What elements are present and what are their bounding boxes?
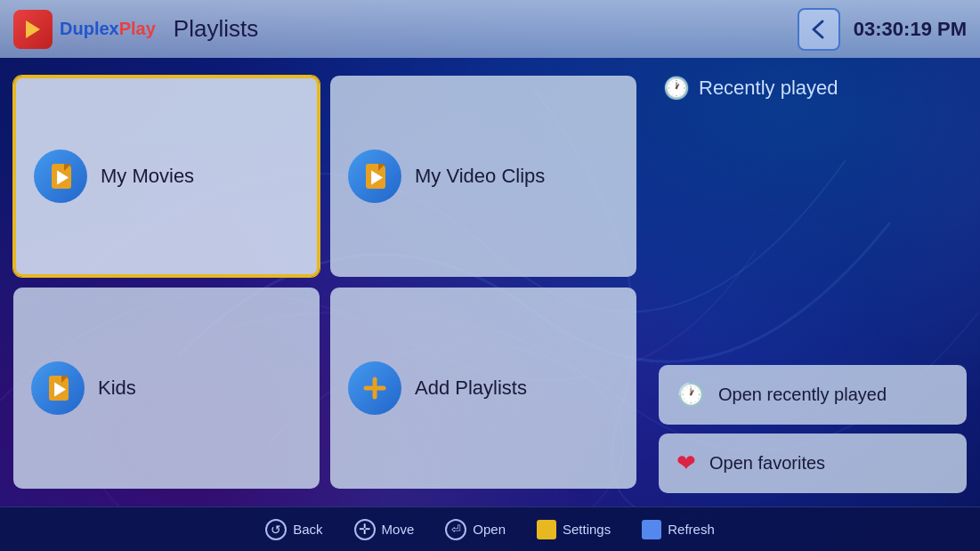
my-video-clips-label: My Video Clips	[415, 165, 545, 188]
logo-icon	[13, 10, 53, 49]
back-circle-icon: ↺	[265, 519, 287, 540]
settings-yellow-icon	[537, 520, 556, 539]
my-movies-label: My Movies	[101, 165, 194, 188]
play-page-icon-2	[364, 164, 385, 189]
back-arrow-icon	[806, 17, 831, 42]
page-title: Playlists	[174, 15, 258, 43]
bottom-settings[interactable]: Settings	[537, 520, 611, 539]
svg-marker-1	[26, 20, 40, 38]
add-playlists-icon	[348, 361, 401, 415]
bottom-refresh[interactable]: Refresh	[642, 520, 715, 539]
play-page-icon-3	[47, 376, 69, 401]
kids-label: Kids	[98, 377, 136, 400]
logo-area: DuplexPlay	[13, 10, 156, 49]
open-recently-played-label: Open recently played	[718, 385, 887, 405]
playlist-item-add-playlists[interactable]: Add Playlists	[330, 288, 636, 489]
recently-played-header: 🕐 Recently played	[659, 71, 967, 109]
right-panel: 🕐 Recently played 🕐 Open recently played…	[650, 58, 980, 506]
recently-played-action-icon: 🕐	[676, 381, 705, 409]
bottom-move[interactable]: ✛ Move	[354, 519, 415, 540]
back-label: Back	[293, 522, 322, 537]
recently-played-title: Recently played	[699, 77, 838, 100]
spacer	[659, 118, 967, 356]
logo-text: DuplexPlay	[60, 19, 156, 39]
refresh-label: Refresh	[668, 522, 715, 537]
open-favorites-label: Open favorites	[709, 453, 825, 474]
settings-label: Settings	[563, 522, 611, 537]
favorites-heart-icon: ❤	[676, 450, 696, 477]
recently-played-clock-icon: 🕐	[663, 76, 690, 101]
playlist-item-my-movies[interactable]: My Movies	[13, 76, 320, 277]
open-recently-played-button[interactable]: 🕐 Open recently played	[659, 365, 967, 425]
playlist-item-my-video-clips[interactable]: My Video Clips	[330, 76, 636, 277]
playlist-item-kids[interactable]: Kids	[13, 288, 320, 489]
kids-icon	[31, 361, 85, 415]
open-enter-icon: ⏎	[445, 519, 466, 540]
move-cross-icon: ✛	[354, 519, 376, 540]
back-button[interactable]	[798, 8, 840, 51]
header-right: 03:30:19 PM	[798, 8, 967, 51]
bottom-back[interactable]: ↺ Back	[265, 519, 322, 540]
main-content: My Movies My Video Clips Kids	[0, 58, 980, 506]
add-playlists-label: Add Playlists	[415, 377, 527, 400]
playlist-grid: My Movies My Video Clips Kids	[0, 58, 650, 506]
logo-svg	[20, 17, 45, 42]
move-label: Move	[382, 522, 415, 537]
my-movies-icon	[34, 150, 87, 203]
plus-icon	[360, 374, 389, 402]
open-favorites-button[interactable]: ❤ Open favorites	[659, 434, 967, 493]
my-video-clips-icon	[348, 150, 401, 203]
open-label: Open	[473, 522, 506, 537]
bottom-open[interactable]: ⏎ Open	[445, 519, 506, 540]
bottom-bar: ↺ Back ✛ Move ⏎ Open Settings Refresh	[0, 506, 980, 551]
play-page-icon	[50, 164, 71, 189]
header: DuplexPlay Playlists 03:30:19 PM	[0, 0, 980, 58]
time-display: 03:30:19 PM	[854, 18, 967, 41]
refresh-blue-icon	[642, 520, 661, 539]
